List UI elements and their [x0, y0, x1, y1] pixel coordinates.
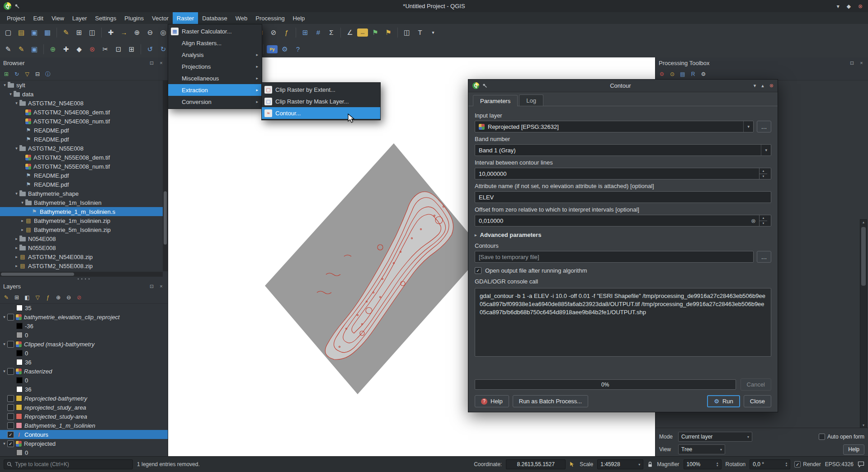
- expander-icon[interactable]: ▾: [1, 369, 7, 373]
- layer-item-contours[interactable]: ✓/Contours: [0, 430, 168, 439]
- deselect-features-icon[interactable]: ⊘: [268, 27, 279, 38]
- run-as-batch-button[interactable]: Run as Batch Process...: [513, 395, 588, 407]
- maximize-window-icon[interactable]: ◆: [847, 3, 851, 9]
- close-panel-icon[interactable]: ×: [158, 60, 165, 66]
- add-group-icon[interactable]: ⊞: [13, 293, 21, 302]
- dialog-titlebar[interactable]: Q Contour ▾ ▴ ⊗: [468, 80, 778, 92]
- browser-item-n054e008[interactable]: ▸N054E008: [0, 234, 168, 243]
- menu-item-projections[interactable]: Projections▸: [168, 61, 262, 72]
- statistics-icon[interactable]: Σ: [326, 27, 337, 38]
- new-bookmark-icon[interactable]: ⚑: [369, 27, 381, 38]
- lock-scale-icon[interactable]: [647, 461, 653, 467]
- help-button[interactable]: ? Help: [475, 395, 509, 407]
- legend-entry-0[interactable]: 0: [0, 448, 168, 457]
- browser-item-astgtm2-n54e008-dem-tif[interactable]: ASTGTM2_N54E008_dem.tif: [0, 108, 168, 117]
- render-checkbox[interactable]: ✓ Render: [794, 461, 821, 467]
- menu-item-clip-raster-by-extent[interactable]: ▢Clip Raster by Extent...: [262, 84, 380, 95]
- filter-legend-icon[interactable]: ▽: [33, 293, 42, 302]
- layer-item-rasterized[interactable]: ▾Rasterized: [0, 367, 168, 376]
- text-annotation-icon[interactable]: T: [414, 27, 426, 38]
- layer-item-bathymetrie-1-m-isolinien[interactable]: Bathymetrie_1_m_Isolinien: [0, 421, 168, 430]
- save-layer-edits-icon[interactable]: ▣: [28, 43, 40, 55]
- processing-scrollbar[interactable]: ▴ ▾: [860, 219, 867, 428]
- layout-manager-icon[interactable]: ◫: [86, 27, 98, 38]
- filter-browser-icon[interactable]: ▽: [23, 70, 31, 78]
- undock-panel-icon[interactable]: ⊡: [148, 283, 155, 290]
- collapse-all-layers-icon[interactable]: ⊖: [65, 293, 73, 302]
- close-button[interactable]: Close: [744, 395, 771, 407]
- close-dialog-icon[interactable]: ⊗: [769, 83, 774, 89]
- browser-item-sylt[interactable]: ▾sylt: [0, 80, 168, 90]
- expander-icon[interactable]: ▸: [19, 218, 25, 223]
- new-map-view-icon[interactable]: ◫: [401, 27, 413, 38]
- menu-item-align-rasters[interactable]: Align Rasters...: [168, 37, 262, 49]
- results-viewer-icon[interactable]: ▤: [679, 70, 687, 78]
- layer-item-clipped-mask-bathymetry[interactable]: ▾Clipped (mask)-bathymetry: [0, 340, 168, 349]
- legend-entry-0[interactable]: 0: [0, 349, 168, 358]
- console-call-text[interactable]: gdal_contour -b 1 -a ELEV -i 10.0 -off 0…: [475, 288, 771, 357]
- expander-icon[interactable]: ▾: [8, 92, 14, 96]
- layer-checkbox[interactable]: [7, 422, 14, 429]
- close-window-icon[interactable]: ⊗: [858, 3, 863, 9]
- toggle-editing-icon[interactable]: ✎: [15, 43, 27, 55]
- new-project-icon[interactable]: ▢: [2, 27, 14, 38]
- layer-checkbox[interactable]: [7, 395, 14, 402]
- open-output-checkbox[interactable]: ✓ Open output file after running algorit…: [475, 267, 771, 274]
- browser-item-astgtm2-n55e008[interactable]: ▾ASTGTM2_N55E008: [0, 144, 168, 153]
- spin-down-icon[interactable]: ▾: [786, 464, 788, 467]
- python-console-icon[interactable]: Py: [267, 45, 278, 53]
- close-panel-icon[interactable]: ×: [858, 60, 865, 66]
- browser-item-bathymetrie-1m-isolinien[interactable]: ▾Bathymetrie_1m_Isolinien: [0, 198, 168, 207]
- map-tips-icon[interactable]: …: [357, 28, 368, 37]
- tab-log[interactable]: Log: [519, 94, 543, 106]
- current-edits-icon[interactable]: ✎: [2, 43, 14, 55]
- menubar-item-project[interactable]: Project: [3, 12, 29, 24]
- browser-horizontal-scrollbar[interactable]: [0, 272, 163, 277]
- open-project-icon[interactable]: ▤: [15, 27, 27, 38]
- browser-item-astgtm2-n54e008-num-tif[interactable]: ASTGTM2_N54E008_num.tif: [0, 117, 168, 126]
- float-dialog-icon[interactable]: ▾: [754, 83, 756, 89]
- browser-item-n055e008[interactable]: ▸N055E008: [0, 243, 168, 252]
- expand-all-icon[interactable]: ⊕: [54, 293, 62, 302]
- undock-panel-icon[interactable]: ⊡: [849, 60, 855, 66]
- contours-output-input[interactable]: [Save to temporary file]: [475, 251, 754, 263]
- browser-item-readme-pdf[interactable]: ⚑README.pdf: [0, 126, 168, 135]
- pan-to-selection-icon[interactable]: →: [118, 27, 130, 38]
- menubar-item-edit[interactable]: Edit: [29, 12, 47, 24]
- expander-icon[interactable]: ▾: [1, 342, 7, 346]
- panel-splitter[interactable]: [0, 277, 168, 281]
- remove-layer-icon[interactable]: ⊘: [75, 293, 83, 302]
- input-layer-combo[interactable]: Reprojected [EPSG:32632] ▾: [475, 121, 754, 132]
- identify-help-button[interactable]: Help: [843, 444, 864, 455]
- expander-icon[interactable]: ▾: [14, 191, 19, 196]
- help-contents-icon[interactable]: ?: [292, 43, 304, 55]
- layer-item-reprojected-study-area[interactable]: Reprojected_study-area: [0, 412, 168, 421]
- refresh-browser-icon[interactable]: ↻: [13, 70, 21, 78]
- expander-icon[interactable]: ▾: [1, 315, 7, 319]
- add-selected-layers-icon[interactable]: ⊞: [2, 70, 10, 78]
- legend-entry-36[interactable]: 36: [0, 385, 168, 394]
- expander-icon[interactable]: ▸: [19, 227, 25, 232]
- browser-item-readme-pdf[interactable]: ⚑README.pdf: [0, 171, 168, 180]
- field-calculator-icon[interactable]: #: [312, 27, 324, 38]
- processing-toolbox-icon[interactable]: ⚙: [279, 43, 291, 55]
- expander-icon[interactable]: ▾: [2, 83, 8, 87]
- expander-icon[interactable]: ▸: [14, 245, 19, 250]
- add-feature-icon[interactable]: ⊕: [47, 43, 59, 55]
- band-number-combo[interactable]: Band 1 (Gray) ▾: [475, 144, 771, 156]
- browser-item-data[interactable]: ▾data: [0, 90, 168, 99]
- spin-down-icon[interactable]: ▾: [760, 221, 767, 227]
- spin-down-icon[interactable]: ▾: [760, 174, 767, 179]
- browser-item-astgtm2-n55e008-num-tif[interactable]: ASTGTM2_N55E008_num.tif: [0, 162, 168, 171]
- expander-icon[interactable]: ▸: [14, 255, 19, 259]
- spin-down-icon[interactable]: ▾: [717, 464, 718, 467]
- locate-search-input[interactable]: Type to locate (Ctrl+K): [4, 459, 133, 469]
- magnifier-spin[interactable]: 100% ▴▾: [684, 459, 722, 469]
- copy-features-icon[interactable]: ⊡: [113, 43, 124, 55]
- legend-entry-36[interactable]: 36: [0, 358, 168, 367]
- menu-item-conversion[interactable]: Conversion▸: [168, 96, 262, 108]
- browser-item-bathymetrie-shape[interactable]: ▾Bathymetrie_shape: [0, 189, 168, 198]
- manage-map-themes-icon[interactable]: ◧: [23, 293, 31, 302]
- menu-item-contour[interactable]: ≈Contour...: [262, 107, 380, 119]
- menubar-item-database[interactable]: Database: [198, 12, 231, 24]
